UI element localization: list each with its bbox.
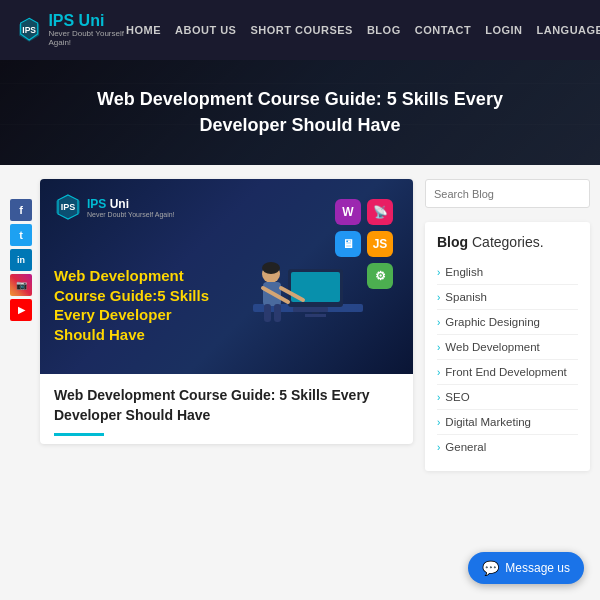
- social-twitter[interactable]: t: [10, 224, 32, 246]
- social-sidebar: f t in 📷 ▶: [10, 199, 32, 321]
- article-logo-sub: Never Doubt Yourself Again!: [87, 211, 175, 218]
- search-button[interactable]: 🔍: [580, 180, 590, 207]
- article-image: IPS IPS Uni Never Doubt Yourself Again! …: [40, 179, 413, 374]
- svg-rect-17: [274, 304, 281, 322]
- chevron-icon: ›: [437, 442, 440, 453]
- article-banner-logo: IPS IPS Uni Never Doubt Yourself Again!: [54, 193, 175, 221]
- svg-text:IPS: IPS: [22, 25, 36, 35]
- category-general[interactable]: › General: [437, 435, 578, 459]
- svg-rect-16: [264, 304, 271, 322]
- nav-blog[interactable]: BLOG: [367, 24, 401, 36]
- logo-tagline: Never Doubt Yourself Again!: [48, 30, 126, 48]
- article-logo-icon: IPS: [54, 193, 82, 221]
- chevron-icon: ›: [437, 292, 440, 303]
- chevron-icon: ›: [437, 267, 440, 278]
- main-layout: f t in 📷 ▶ IPS IPS Uni Never Doubt Yours: [0, 165, 600, 485]
- social-linkedin[interactable]: in: [10, 249, 32, 271]
- logo-text: IPS Uni Never Doubt Yourself Again!: [48, 12, 126, 47]
- chevron-icon: ›: [437, 392, 440, 403]
- category-english[interactable]: › English: [437, 260, 578, 285]
- logo[interactable]: IPS IPS Uni Never Doubt Yourself Again!: [16, 12, 126, 47]
- read-more-bar: [54, 433, 104, 436]
- search-input[interactable]: [426, 182, 580, 206]
- social-youtube[interactable]: ▶: [10, 299, 32, 321]
- category-digital-marketing[interactable]: › Digital Marketing: [437, 410, 578, 435]
- svg-rect-10: [305, 314, 326, 317]
- blog-categories-title: Blog Categories.: [437, 234, 578, 250]
- article-card: IPS IPS Uni Never Doubt Yourself Again! …: [40, 179, 413, 444]
- logo-white: Uni: [79, 12, 105, 29]
- category-seo[interactable]: › SEO: [437, 385, 578, 410]
- chevron-icon: ›: [437, 417, 440, 428]
- nav-login[interactable]: LOGIN: [485, 24, 522, 36]
- main-nav: HOME ABOUT US SHORT COURSES BLOG CONTACT…: [126, 24, 600, 36]
- content-area: IPS IPS Uni Never Doubt Yourself Again! …: [40, 179, 413, 444]
- social-instagram[interactable]: 📷: [10, 274, 32, 296]
- nav-language[interactable]: LANGUAGE (EN): [537, 24, 600, 36]
- category-front-end[interactable]: › Front End Development: [437, 360, 578, 385]
- svg-text:IPS: IPS: [61, 202, 76, 212]
- nav-about[interactable]: ABOUT US: [175, 24, 236, 36]
- nav-home[interactable]: HOME: [126, 24, 161, 36]
- article-logo-white: Uni: [110, 197, 129, 211]
- category-spanish[interactable]: › Spanish: [437, 285, 578, 310]
- categories-title-regular: Categories.: [468, 234, 543, 250]
- category-web-development[interactable]: › Web Development: [437, 335, 578, 360]
- article-text: Web Development Course Guide: 5 Skills E…: [40, 374, 413, 444]
- social-facebook[interactable]: f: [10, 199, 32, 221]
- iso-figure: [233, 214, 393, 374]
- hero-banner: Web Development Course Guide: 5 Skills E…: [0, 60, 600, 165]
- blog-categories: Blog Categories. › English › Spanish › G…: [425, 222, 590, 471]
- article-title: Web Development Course Guide: 5 Skills E…: [54, 386, 399, 425]
- svg-point-18: [262, 262, 280, 274]
- site-header: IPS IPS Uni Never Doubt Yourself Again! …: [0, 0, 600, 60]
- logo-cyan: IPS: [48, 12, 78, 29]
- search-box: 🔍: [425, 179, 590, 208]
- chevron-icon: ›: [437, 342, 440, 353]
- chevron-icon: ›: [437, 317, 440, 328]
- chevron-icon: ›: [437, 367, 440, 378]
- right-sidebar: 🔍 Blog Categories. › English › Spanish ›…: [425, 179, 590, 471]
- article-logo-cyan: IPS: [87, 197, 110, 211]
- nav-contact[interactable]: CONTACT: [415, 24, 471, 36]
- logo-icon: IPS: [16, 13, 42, 47]
- svg-rect-11: [293, 307, 328, 312]
- nav-short-courses[interactable]: SHORT COURSES: [250, 24, 352, 36]
- hero-title: Web Development Course Guide: 5 Skills E…: [60, 87, 540, 137]
- article-banner-title: Web Development Course Guide:5 Skills Ev…: [54, 266, 209, 344]
- category-graphic-designing[interactable]: › Graphic Designing: [437, 310, 578, 335]
